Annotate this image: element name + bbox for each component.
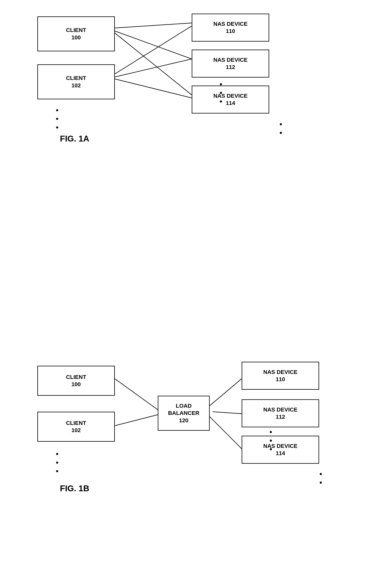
lb-line2: BALANCER <box>168 409 199 417</box>
nas-112b-box: NAS DEVICE 112 <box>242 399 319 427</box>
client-100b-label: CLIENT <box>66 374 86 381</box>
svg-line-7 <box>115 415 158 426</box>
nas-114-number: 114 <box>226 100 235 107</box>
client-102-number: 102 <box>71 82 81 89</box>
svg-line-8 <box>210 379 242 406</box>
svg-line-9 <box>213 412 242 414</box>
client-100b-box: CLIENT 100 <box>37 366 115 396</box>
client-100b-number: 100 <box>71 381 81 388</box>
dots-clients-1b: ••• <box>56 450 58 476</box>
nas-112-number: 112 <box>226 64 235 71</box>
nas-110-number: 110 <box>226 28 235 35</box>
svg-line-4 <box>115 59 192 77</box>
nas-110b-label: NAS DEVICE <box>263 368 297 376</box>
nas-112-label: NAS DEVICE <box>213 56 247 64</box>
svg-line-3 <box>115 26 192 74</box>
client-102b-box: CLIENT 102 <box>37 412 115 442</box>
lb-line1: LOAD <box>176 402 192 409</box>
nas-114-box: NAS DEVICE 114 <box>192 86 269 114</box>
svg-line-10 <box>210 417 242 449</box>
nas-112b-label: NAS DEVICE <box>263 406 297 413</box>
dots-nas-mid-1b: ••• <box>270 428 272 454</box>
dots-nas-bot-1a: •• <box>280 120 282 137</box>
load-balancer-box: LOAD BALANCER 120 <box>158 396 210 431</box>
client-100-box: CLIENT 100 <box>37 16 115 51</box>
dots-clients-1a: ••• <box>56 106 58 132</box>
nas-110-label: NAS DEVICE <box>213 20 247 28</box>
nas-114b-label: NAS DEVICE <box>263 442 297 450</box>
nas-114b-number: 114 <box>276 450 285 457</box>
client-100-label: CLIENT <box>66 27 86 34</box>
svg-line-5 <box>115 79 192 98</box>
nas-114b-box: NAS DEVICE 114 <box>242 436 319 464</box>
nas-112b-number: 112 <box>276 413 285 421</box>
client-102-label: CLIENT <box>66 74 86 82</box>
client-102b-number: 102 <box>71 427 81 434</box>
fig1b-label: FIG. 1B <box>60 484 89 493</box>
nas-114-label: NAS DEVICE <box>213 92 247 100</box>
svg-line-1 <box>115 31 192 59</box>
nas-110b-number: 110 <box>276 376 285 383</box>
svg-line-0 <box>115 23 192 28</box>
nas-110-box: NAS DEVICE 110 <box>192 14 269 42</box>
dots-nas-mid-1a: ••• <box>220 80 222 106</box>
fig1a-label: FIG. 1A <box>60 134 89 144</box>
svg-line-2 <box>115 33 192 95</box>
dots-nas-bot-1b: •• <box>320 470 322 487</box>
client-102-box: CLIENT 102 <box>37 64 115 99</box>
client-100-number: 100 <box>71 34 81 41</box>
nas-110b-box: NAS DEVICE 110 <box>242 362 319 390</box>
lb-line3: 120 <box>179 417 189 424</box>
svg-line-6 <box>115 379 158 410</box>
client-102b-label: CLIENT <box>66 420 86 427</box>
nas-112-box: NAS DEVICE 112 <box>192 50 269 77</box>
